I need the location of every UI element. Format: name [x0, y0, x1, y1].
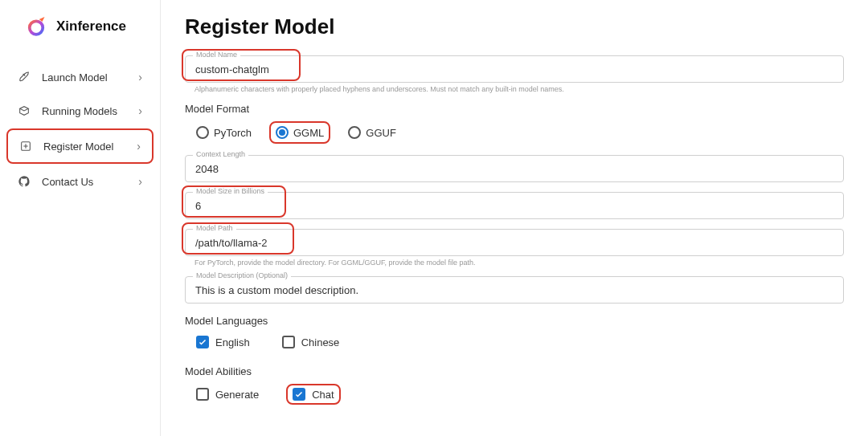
model-format-radios: PyTorch GGML GGUF	[185, 121, 844, 144]
main-content: Register Model Model Name Alphanumeric c…	[161, 0, 868, 436]
model-abilities-options: Generate Chat	[185, 384, 844, 405]
radio-ggml[interactable]: GGML	[269, 121, 330, 144]
radio-label: PyTorch	[214, 127, 252, 139]
page-title: Register Model	[185, 14, 844, 39]
context-length-label: Context Length	[193, 150, 248, 158]
radio-label: GGML	[293, 127, 324, 139]
sidebar: Xinference Launch Model ›	[0, 0, 161, 436]
sidebar-item-register-model[interactable]: Register Model ›	[6, 128, 154, 164]
model-languages-options: English Chinese	[185, 333, 844, 351]
checkbox-chinese[interactable]: Chinese	[277, 333, 345, 351]
checkbox-icon	[196, 336, 209, 348]
radio-gguf[interactable]: GGUF	[343, 121, 401, 144]
logo-icon	[24, 14, 48, 39]
model-description-label: Model Description (Optional)	[193, 271, 291, 279]
sidebar-item-label: Launch Model	[42, 71, 108, 84]
box-icon	[18, 104, 31, 117]
brand-logo: Xinference	[0, 14, 160, 53]
context-length-input[interactable]	[185, 155, 844, 182]
model-size-group: Model Size in Billions	[185, 192, 844, 219]
model-path-helper: For PyTorch, provide the model directory…	[185, 259, 844, 267]
model-name-input[interactable]	[185, 55, 844, 83]
model-size-label: Model Size in Billions	[193, 187, 268, 195]
checkbox-icon	[282, 336, 295, 348]
checkbox-english[interactable]: English	[191, 333, 255, 351]
sidebar-item-contact-us[interactable]: Contact Us ›	[6, 165, 154, 198]
model-name-group: Model Name Alphanumeric characters with …	[185, 55, 844, 93]
model-name-label: Model Name	[193, 51, 240, 59]
sidebar-item-label: Running Models	[42, 105, 117, 117]
sidebar-nav: Launch Model › Running Models ›	[0, 53, 160, 206]
sidebar-item-running-models[interactable]: Running Models ›	[6, 95, 154, 127]
rocket-icon	[18, 71, 31, 84]
radio-icon	[276, 126, 289, 139]
chevron-right-icon: ›	[138, 71, 142, 84]
context-length-group: Context Length	[185, 155, 844, 182]
chevron-right-icon: ›	[138, 104, 142, 117]
checkbox-chat[interactable]: Chat	[286, 384, 340, 405]
checkbox-icon	[196, 388, 209, 401]
checkbox-label: Chinese	[301, 336, 340, 348]
plus-square-icon	[19, 140, 32, 153]
model-path-group: Model Path For PyTorch, provide the mode…	[185, 229, 844, 267]
model-languages-label: Model Languages	[185, 315, 844, 327]
brand-name: Xinference	[56, 18, 126, 35]
checkbox-label: English	[215, 336, 250, 348]
sidebar-item-label: Contact Us	[42, 176, 93, 188]
model-path-input[interactable]	[185, 229, 844, 256]
github-icon	[18, 175, 31, 188]
radio-icon	[348, 126, 361, 139]
svg-point-0	[30, 21, 43, 35]
model-format-label: Model Format	[185, 103, 844, 115]
checkbox-label: Generate	[215, 389, 259, 401]
chevron-right-icon: ›	[138, 175, 142, 188]
radio-label: GGUF	[366, 127, 396, 139]
model-description-group: Model Description (Optional)	[185, 276, 844, 304]
chevron-right-icon: ›	[137, 140, 141, 153]
radio-pytorch[interactable]: PyTorch	[191, 121, 256, 144]
sidebar-item-launch-model[interactable]: Launch Model ›	[6, 61, 154, 93]
radio-icon	[196, 126, 209, 139]
model-name-helper: Alphanumeric characters with properly pl…	[185, 85, 844, 93]
checkbox-generate[interactable]: Generate	[191, 384, 264, 405]
model-abilities-label: Model Abilities	[185, 365, 844, 377]
model-path-label: Model Path	[193, 224, 236, 232]
sidebar-item-label: Register Model	[43, 141, 113, 153]
model-description-input[interactable]	[185, 276, 844, 304]
checkbox-label: Chat	[312, 389, 334, 401]
model-size-input[interactable]	[185, 192, 844, 219]
checkbox-icon	[293, 388, 305, 401]
